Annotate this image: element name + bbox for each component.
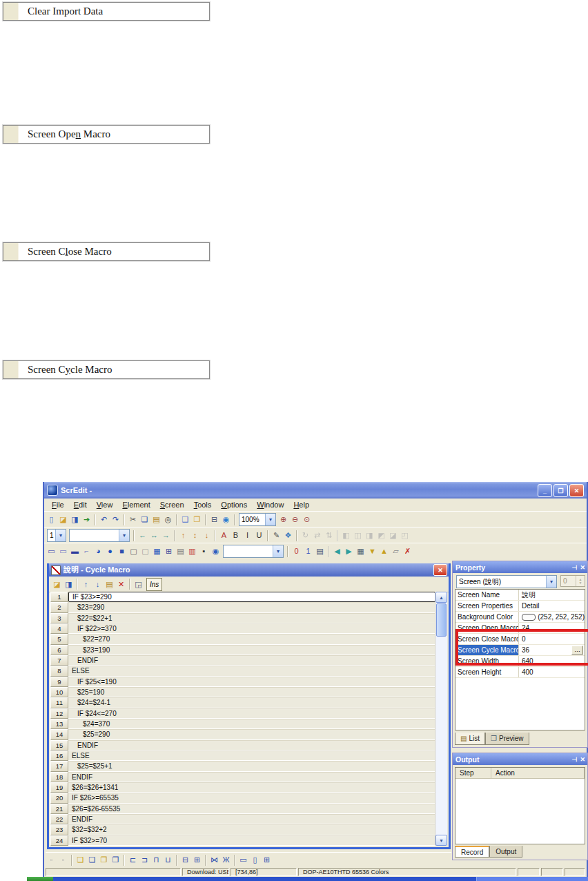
group-icon[interactable]: ▫ [46,855,57,865]
alarm-element-icon[interactable]: ▥ [186,546,198,556]
pin-icon[interactable]: ⊣ [572,756,578,763]
macro-line-code[interactable]: $25=190 [68,687,435,697]
scroll-up-icon[interactable]: ▲ [435,592,447,603]
send-backward-icon[interactable]: ❐ [110,855,121,865]
macro-line-number[interactable]: 19 [50,782,68,793]
align-bottom-edge-icon[interactable]: ⊔ [162,855,174,865]
chevron-down-icon[interactable]: ▾ [546,576,556,588]
macro-line-code[interactable]: IF $23>=290 [68,592,435,602]
spin-down-icon[interactable]: ▼ [579,581,582,585]
tab-preview[interactable]: ❐ Preview [485,733,529,745]
shape-icon[interactable]: ▱ [390,546,402,556]
monitor-element-icon[interactable]: ⊞ [163,546,175,556]
macro-line-number[interactable]: 8 [50,666,68,676]
macro-line-number[interactable]: 7 [50,655,68,666]
cut-icon[interactable]: ✂ [127,514,139,525]
column-header-step[interactable]: Step [455,768,491,778]
paste-icon[interactable]: ▤ [150,514,162,525]
macro-line-code[interactable]: ENDIF [68,814,435,824]
chevron-down-icon[interactable]: ▾ [265,514,275,525]
font-color-icon[interactable]: A [218,530,230,541]
macro-line-number[interactable]: 9 [50,677,68,687]
menu-item[interactable]: Edit [69,500,92,510]
windows-taskbar[interactable] [27,877,588,881]
macro-line-number[interactable]: 21 [50,804,68,814]
online-help-icon[interactable]: ◉ [220,514,232,525]
flip-horizontal-icon[interactable]: ⇄ [311,530,323,541]
macro-line-number[interactable]: 13 [50,719,68,729]
macro-line-number[interactable]: 14 [50,729,68,739]
menu-item[interactable]: Element [117,500,155,510]
macro-line-code[interactable]: $24=370 [68,719,435,729]
start-button[interactable] [27,877,53,881]
same-width-icon[interactable]: ⊟ [179,855,191,865]
macro-line-number[interactable]: 12 [50,708,68,719]
macro-line-code[interactable]: IF $24<=270 [68,708,435,719]
grid-icon[interactable]: ⊞ [261,855,273,865]
output-panel-header[interactable]: Output ⊣ ✕ [453,753,587,765]
macro-line-code[interactable]: $25=290 [68,729,435,739]
zoom-actual-icon[interactable]: ⊙ [301,514,313,525]
macro-line-number[interactable]: 15 [50,740,68,751]
macro-line-code[interactable]: $23=190 [68,645,435,655]
menu-command-screen-cycle-macro[interactable]: Screen Cycle Macro [3,360,210,379]
macro-line-code[interactable]: IF $25<=190 [68,677,435,687]
macro-line-code[interactable]: ELSE [68,666,435,676]
align-middle-icon[interactable]: ◪ [387,530,399,541]
property-panel-header[interactable]: Property ⊣ ✕ [453,561,587,573]
line-down-icon[interactable]: ↓ [92,579,104,590]
save-macro-icon[interactable]: ◨ [63,579,75,590]
macro-line-number[interactable]: 11 [50,697,68,708]
font-combo[interactable]: ▾ [69,529,130,542]
macro-line-code[interactable]: $24=$24-1 [68,697,435,708]
bar-element-icon[interactable]: ■ [116,546,128,556]
move-horizontal-icon[interactable]: ↔ [148,530,160,541]
next-screen-icon[interactable]: ▶ [343,546,355,556]
move-vertical-icon[interactable]: ↕ [189,530,201,541]
same-height-icon[interactable]: ⊞ [191,855,203,865]
italic-icon[interactable]: I [242,530,253,541]
state-0-icon[interactable]: 0 [291,546,302,556]
move-left-icon[interactable]: ← [137,530,148,541]
text-display-element-icon[interactable]: ▢ [139,546,151,556]
macro-line-code[interactable]: ENDIF [68,772,435,782]
macro-window-title-bar[interactable]: 說明 - Cycle Macro ✕ [49,563,449,577]
keypad-element-icon[interactable]: ▪ [198,546,210,556]
menu-command-clear-import-data[interactable]: Clear Import Data [3,2,210,21]
menu-item[interactable]: View [92,500,118,510]
menu-item[interactable]: File [47,500,69,510]
macro-line-number[interactable]: 18 [50,772,68,782]
macro-line-code[interactable]: IF $32>=70 [68,835,435,846]
state-combo[interactable]: 1▾ [47,529,66,542]
close-icon[interactable]: ✕ [580,564,585,571]
macro-line-number[interactable]: 10 [50,687,68,697]
graph-element-icon[interactable]: ▦ [151,546,163,556]
close-button[interactable]: ✕ [569,484,584,497]
macro-line-code[interactable]: IF $26>=65535 [68,793,435,803]
vertical-spacing-icon[interactable]: Ж [220,855,232,865]
export-icon[interactable]: ➔ [81,514,92,525]
element-combo[interactable]: ▾ [223,545,284,558]
macro-line-code[interactable]: $22=270 [68,634,435,644]
property-label[interactable]: Screen Properties [455,601,519,611]
menu-command-screen-open-macro[interactable]: Screen Open Macro [3,125,210,144]
macro-line-code[interactable]: $26=$26-65535 [68,804,435,814]
align-bottom-icon[interactable]: ◰ [399,530,411,541]
menu-item[interactable]: Options [216,500,252,510]
macro-line-code[interactable]: ENDIF [68,655,435,666]
insert-mode-button[interactable]: Ins [146,578,162,591]
bring-forward-icon[interactable]: ❐ [98,855,110,865]
chevron-down-icon[interactable]: ▾ [55,530,66,541]
lamp-element-icon[interactable]: ▬ [69,546,81,556]
tab-record[interactable]: Record [455,846,489,858]
move-down-icon[interactable]: ↓ [201,530,213,541]
property-value[interactable]: (252, 252, 252) [519,613,585,621]
bold-icon[interactable]: B [230,530,242,541]
property-value[interactable]: Detail [519,602,585,610]
align-top-icon[interactable]: ◩ [375,530,387,541]
minimize-button[interactable]: _ [538,484,552,497]
align-right-icon[interactable]: ◨ [364,530,375,541]
state-list-icon[interactable]: ▤ [314,546,326,556]
menu-item[interactable]: Help [288,500,314,510]
property-label[interactable]: Screen Name [455,590,519,600]
